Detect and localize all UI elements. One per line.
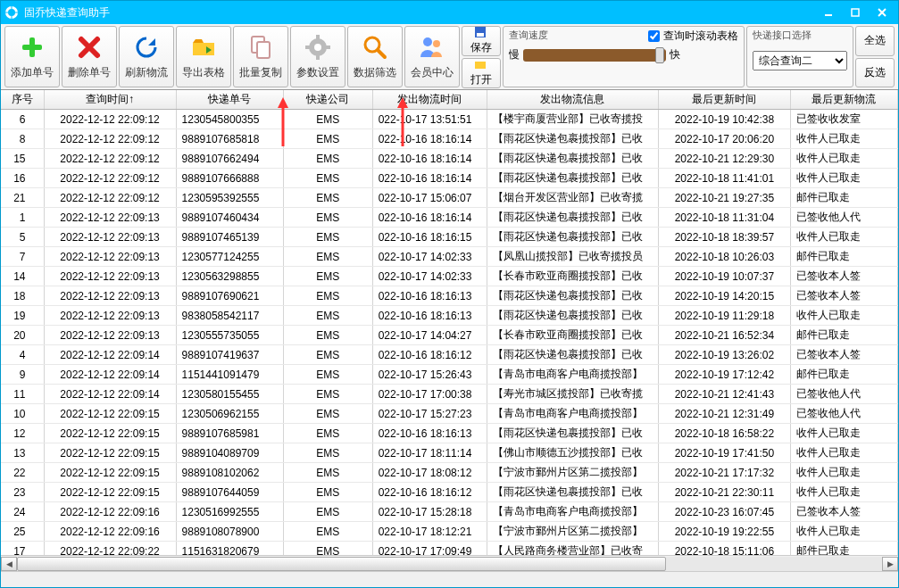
scroll-right-button[interactable]: ▶ <box>882 557 898 571</box>
col-company[interactable]: 快递公司 <box>283 90 372 110</box>
cell-send-info: 【佛山市顺德五沙揽投部】已收 <box>487 443 658 463</box>
scroll-checkbox-row[interactable]: 查询时滚动表格 <box>648 29 738 44</box>
cell-query-time: 2022-12-12 22:09:13 <box>44 286 176 306</box>
cell-company: EMS <box>283 522 372 542</box>
invert-select-button[interactable]: 反选 <box>855 58 895 88</box>
col-send-time[interactable]: 发出物流时间 <box>372 90 487 110</box>
col-last-update[interactable]: 最后更新时间 <box>658 90 790 110</box>
cell-last-info: 已签收收发室 <box>790 110 897 129</box>
export-button[interactable]: 导出表格 <box>176 26 231 87</box>
table-row[interactable]: 122022-12-12 22:09:159889107685981EMS022… <box>1 424 898 443</box>
scroll-checkbox[interactable] <box>648 30 660 42</box>
table-row[interactable]: 232022-12-12 22:09:159889107644059EMS022… <box>1 483 898 502</box>
table-row[interactable]: 62022-12-12 22:09:121230545800355EMS022-… <box>1 110 898 129</box>
cell-last-info: 收件人已取走 <box>790 228 897 247</box>
cell-query-time: 2022-12-12 22:09:15 <box>44 443 176 463</box>
cell-seq: 19 <box>1 306 44 326</box>
cell-seq: 23 <box>1 483 44 502</box>
cell-query-time: 2022-12-12 22:09:13 <box>44 306 176 326</box>
table-row[interactable]: 152022-12-12 22:09:129889107662494EMS022… <box>1 149 898 169</box>
table-row[interactable]: 92022-12-12 22:09:141151441091479EMS022-… <box>1 365 898 385</box>
refresh-label: 刷新物流 <box>125 65 168 80</box>
cell-tracking: 9889107419637 <box>176 345 283 365</box>
close-button[interactable] <box>870 4 895 21</box>
col-send-info[interactable]: 发出物流信息 <box>487 90 658 110</box>
slider-thumb[interactable] <box>655 47 664 63</box>
table-row[interactable]: 112022-12-12 22:09:141230580155455EMS022… <box>1 385 898 404</box>
cell-company: EMS <box>283 306 372 326</box>
cell-last-update: 2022-10-19 14:20:15 <box>658 286 790 306</box>
cell-query-time: 2022-12-12 22:09:16 <box>44 502 176 522</box>
minimize-button[interactable] <box>816 4 841 21</box>
filter-button[interactable]: 数据筛选 <box>347 26 403 87</box>
table-row[interactable]: 42022-12-12 22:09:149889107419637EMS022-… <box>1 345 898 365</box>
cell-last-info: 收件人已取走 <box>790 483 897 502</box>
cell-company: EMS <box>283 326 372 345</box>
speed-slider[interactable] <box>523 49 666 62</box>
table-row[interactable]: 212022-12-12 22:09:121230595392555EMS022… <box>1 188 898 208</box>
table-row[interactable]: 82022-12-12 22:09:129889107685818EMS022-… <box>1 129 898 149</box>
select-all-button[interactable]: 全选 <box>855 26 895 56</box>
cell-company: EMS <box>283 424 372 443</box>
cell-tracking: 9889107644059 <box>176 483 283 502</box>
table-row[interactable]: 202022-12-12 22:09:131230555735055EMS022… <box>1 326 898 345</box>
cell-send-time: 022-10-16 18:16:14 <box>372 149 487 169</box>
scroll-track[interactable] <box>17 557 882 571</box>
cell-seq: 12 <box>1 424 44 443</box>
cell-send-info: 【宁波市鄞州片区第二揽投部】 <box>487 463 658 483</box>
cell-send-time: 022-10-16 18:16:12 <box>372 483 487 502</box>
table-container[interactable]: 序号 查询时间↑ 快递单号 快递公司 发出物流时间 发出物流信息 最后更新时间 … <box>1 90 898 555</box>
table-row[interactable]: 172022-12-12 22:09:221151631820679EMS022… <box>1 542 898 556</box>
cell-send-time: 022-10-17 15:26:43 <box>372 365 487 385</box>
cell-last-update: 2022-10-21 17:17:32 <box>658 463 790 483</box>
table-row[interactable]: 102022-12-12 22:09:151230506962155EMS022… <box>1 404 898 424</box>
table-row[interactable]: 182022-12-12 22:09:139889107690621EMS022… <box>1 286 898 306</box>
table-row[interactable]: 192022-12-12 22:09:139838058542117EMS022… <box>1 306 898 326</box>
cell-send-info: 【人民路商务楼营业部】已收寄 <box>487 542 658 556</box>
cell-send-time: 022-10-17 14:04:27 <box>372 326 487 345</box>
copy-button[interactable]: 批量复制 <box>233 26 288 87</box>
table-row[interactable]: 72022-12-12 22:09:131230577124255EMS022-… <box>1 247 898 267</box>
maximize-button[interactable] <box>843 4 868 21</box>
cell-company: EMS <box>283 247 372 267</box>
interface-select[interactable]: 综合查询二 <box>753 51 847 70</box>
refresh-button[interactable]: 刷新物流 <box>119 26 174 87</box>
table-row[interactable]: 222022-12-12 22:09:159889108102062EMS022… <box>1 463 898 483</box>
table-row[interactable]: 12022-12-12 22:09:139889107460434EMS022-… <box>1 208 898 228</box>
open-button[interactable]: 打开 <box>462 58 501 88</box>
col-tracking[interactable]: 快递单号 <box>176 90 283 110</box>
table-row[interactable]: 142022-12-12 22:09:131230563298855EMS022… <box>1 267 898 286</box>
add-tracking-button[interactable]: 添加单号 <box>4 26 60 87</box>
cell-last-update: 2022-10-17 20:06:20 <box>658 129 790 149</box>
cell-last-info: 邮件已取走 <box>790 365 897 385</box>
x-icon <box>75 33 104 62</box>
cell-send-info: 【雨花区快递包裹揽投部】已收 <box>487 345 658 365</box>
col-last-info[interactable]: 最后更新物流 <box>790 90 897 110</box>
col-query-time[interactable]: 查询时间↑ <box>44 90 176 110</box>
cell-last-info: 已签收他人代 <box>790 385 897 404</box>
horizontal-scrollbar[interactable]: ◀ ▶ <box>1 555 898 571</box>
table-row[interactable]: 242022-12-12 22:09:161230516992555EMS022… <box>1 502 898 522</box>
save-button[interactable]: 保存 <box>462 26 501 56</box>
scroll-thumb[interactable] <box>17 557 666 571</box>
cell-send-time: 022-10-17 18:12:21 <box>372 522 487 542</box>
scroll-left-button[interactable]: ◀ <box>1 557 17 571</box>
cell-seq: 16 <box>1 169 44 188</box>
svg-rect-9 <box>257 42 270 58</box>
table-row[interactable]: 252022-12-12 22:09:169889108078900EMS022… <box>1 522 898 542</box>
cell-seq: 6 <box>1 110 44 129</box>
svg-point-18 <box>423 37 432 46</box>
delete-tracking-button[interactable]: 删除单号 <box>62 26 117 87</box>
cell-last-update: 2022-10-19 17:41:50 <box>658 443 790 463</box>
plus-icon <box>18 33 46 62</box>
member-button[interactable]: 会员中心 <box>404 26 460 87</box>
cell-seq: 18 <box>1 286 44 306</box>
settings-button[interactable]: 参数设置 <box>290 26 345 87</box>
table-row[interactable]: 52022-12-12 22:09:139889107465139EMS022-… <box>1 228 898 247</box>
table-row[interactable]: 162022-12-12 22:09:129889107666888EMS022… <box>1 169 898 188</box>
table-row[interactable]: 132022-12-12 22:09:159889104089709EMS022… <box>1 443 898 463</box>
cell-last-update: 2022-10-19 10:42:38 <box>658 110 790 129</box>
titlebar: 固乔快递查询助手 <box>1 1 898 24</box>
col-seq[interactable]: 序号 <box>1 90 44 110</box>
interface-panel: 快递接口选择 综合查询二 <box>746 26 853 87</box>
